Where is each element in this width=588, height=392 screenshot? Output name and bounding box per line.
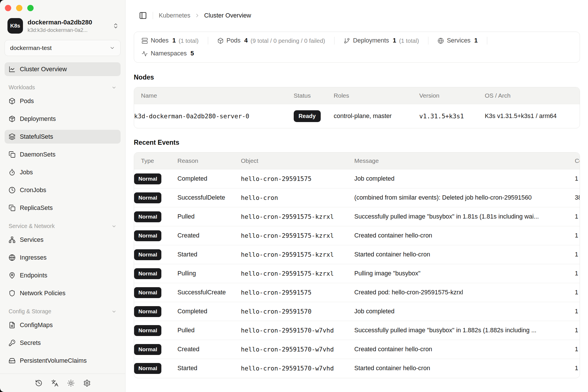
divider bbox=[487, 37, 487, 45]
event-row[interactable]: NormalSuccessfulDeletehello-cron(combine… bbox=[134, 188, 580, 207]
event-type-cell: Normal bbox=[134, 359, 177, 378]
node-version-cell: v1.31.5+k3s1 bbox=[419, 104, 485, 128]
event-object-cell: hello-cron-29591575-kzrxl bbox=[241, 226, 354, 245]
server-icon bbox=[142, 38, 148, 44]
history-icon[interactable] bbox=[35, 379, 42, 387]
stat-pods: Pods4(9 total / 0 pending / 0 failed) bbox=[217, 37, 325, 44]
table-header-row: TypeReasonObjectMessageCount bbox=[134, 152, 580, 169]
event-reason-cell: SuccessfulCreate bbox=[177, 283, 241, 302]
globe-icon bbox=[9, 254, 16, 261]
event-row[interactable]: NormalPulledhello-cron-29591575-kzrxlSuc… bbox=[134, 207, 580, 226]
event-type-badge: Normal bbox=[134, 363, 161, 374]
event-message-cell: (combined from similar events): Deleted … bbox=[354, 188, 573, 207]
sidebar-item-secrets[interactable]: Secrets bbox=[5, 336, 121, 350]
sidebar-item-endpoints[interactable]: Endpoints bbox=[5, 269, 121, 282]
stats-row: Nodes1(1 total)Pods4(9 total / 0 pending… bbox=[142, 34, 572, 47]
sidebar-item-statefulsets[interactable]: StatefulSets bbox=[5, 130, 121, 144]
sidebar-item-configmaps[interactable]: ConfigMaps bbox=[5, 318, 121, 332]
cluster-switcher[interactable]: K8s dockerman-0a2db280 k3d:k3d-dockerman… bbox=[7, 18, 119, 34]
sidebar-item-cronjobs[interactable]: CronJobs bbox=[5, 183, 121, 197]
sun-icon[interactable] bbox=[67, 379, 75, 387]
stat-services: Services1 bbox=[438, 37, 477, 44]
sidebar-item-pods[interactable]: Pods bbox=[5, 94, 121, 108]
event-type-cell: Normal bbox=[134, 283, 177, 302]
event-reason-cell: SuccessfulDelete bbox=[177, 188, 241, 207]
key-icon bbox=[9, 339, 16, 346]
event-count-cell: 1 bbox=[573, 207, 580, 226]
event-reason-cell: Created bbox=[177, 226, 241, 245]
app-window: { "colors": { "traffic_red": "#ff5f57", … bbox=[0, 0, 588, 392]
event-row[interactable]: NormalStartedhello-cron-29591570-w7vhdSt… bbox=[134, 359, 580, 378]
event-row[interactable]: NormalSuccessfulCreatehello-cron-2959157… bbox=[134, 283, 580, 302]
divider bbox=[334, 37, 334, 45]
sidebar-item-label: Secrets bbox=[20, 339, 41, 347]
event-object-cell: hello-cron-29591570-w7vhd bbox=[241, 359, 354, 378]
chevron-right-icon bbox=[194, 13, 200, 18]
sidebar-group-header-service-network[interactable]: Service & Network bbox=[9, 223, 117, 229]
event-type-badge: Normal bbox=[134, 249, 161, 260]
sidebar-item-network-policies[interactable]: Network Policies bbox=[5, 286, 121, 300]
chevron-down-icon[interactable] bbox=[111, 85, 117, 90]
sidebar-item-jobs[interactable]: Jobs bbox=[5, 165, 121, 179]
languages-icon[interactable] bbox=[51, 379, 59, 387]
event-message-cell: Created pod: hello-cron-29591575-kzrxl bbox=[354, 283, 573, 302]
event-row[interactable]: NormalCreatedhello-cron-29591570-w7vhdCr… bbox=[134, 340, 580, 359]
sidebar-toggle-icon[interactable] bbox=[139, 11, 147, 20]
event-object-cell: hello-cron bbox=[241, 188, 354, 207]
event-reason-cell: Pulled bbox=[177, 207, 241, 226]
divider bbox=[208, 37, 208, 45]
sidebar-item-label: CronJobs bbox=[20, 187, 46, 194]
sidebar-group-header-workloads[interactable]: Workloads bbox=[9, 84, 117, 91]
cluster-subtitle: k3d:k3d-dockerman-0a2... bbox=[28, 27, 108, 33]
activity-icon bbox=[142, 51, 148, 57]
window-close-button[interactable] bbox=[5, 5, 11, 11]
sidebar-footer bbox=[0, 374, 125, 392]
stat-deployments: Deployments1(1 total) bbox=[344, 37, 419, 44]
namespace-select[interactable]: dockerman-test bbox=[5, 40, 121, 56]
event-row[interactable]: NormalPulledhello-cron-29591570-w7vhdSuc… bbox=[134, 321, 580, 340]
event-type-badge: Normal bbox=[134, 325, 161, 336]
sidebar-item-replicasets[interactable]: ReplicaSets bbox=[5, 201, 121, 215]
stat-label: Services bbox=[447, 37, 470, 44]
window-minimize-button[interactable] bbox=[16, 5, 22, 11]
sidebar-item-label: ReplicaSets bbox=[20, 204, 53, 212]
main-content: Kubernetes Cluster Overview Nodes1(1 tot… bbox=[126, 0, 588, 392]
event-reason-cell: Started bbox=[177, 245, 241, 264]
column-header-message: Message bbox=[354, 152, 573, 169]
copy-icon bbox=[9, 151, 16, 158]
event-row[interactable]: NormalCreatedhello-cron-29591575-kzrxlCr… bbox=[134, 226, 580, 245]
window-zoom-button[interactable] bbox=[27, 5, 34, 11]
event-message-cell: Started container hello-cron bbox=[354, 359, 573, 378]
layers-icon bbox=[9, 133, 16, 140]
globe-icon bbox=[438, 38, 444, 44]
chevron-down-icon[interactable] bbox=[111, 224, 117, 229]
chevron-down-icon[interactable] bbox=[111, 309, 117, 314]
event-row[interactable]: NormalStartedhello-cron-29591575-kzrxlSt… bbox=[134, 245, 580, 264]
settings-icon[interactable] bbox=[83, 379, 91, 387]
nodes-section-title: Nodes bbox=[134, 74, 580, 81]
event-row[interactable]: NormalCompletedhello-cron-29591570Job co… bbox=[134, 302, 580, 321]
sidebar-nav: WorkloadsPodsDeploymentsStatefulSetsDaem… bbox=[0, 84, 125, 368]
node-row[interactable]: k3d-dockerman-0a2db280-server-0Readycont… bbox=[134, 104, 580, 128]
breadcrumb-section[interactable]: Kubernetes bbox=[159, 12, 190, 19]
sidebar-item-cluster-overview[interactable]: Cluster Overview bbox=[5, 62, 121, 76]
sidebar-item-label: Jobs bbox=[20, 169, 33, 176]
sidebar-item-daemonsets[interactable]: DaemonSets bbox=[5, 148, 121, 161]
sidebar-item-label: Endpoints bbox=[20, 272, 47, 279]
breadcrumb-page: Cluster Overview bbox=[204, 12, 251, 19]
column-header-reason: Reason bbox=[177, 152, 241, 169]
network-icon bbox=[9, 236, 16, 243]
sidebar-item-ingresses[interactable]: Ingresses bbox=[5, 251, 121, 264]
event-count-cell: 1 bbox=[573, 321, 580, 340]
sidebar-item-services[interactable]: Services bbox=[5, 233, 121, 247]
sidebar-group-header-config-storage[interactable]: Config & Storage bbox=[9, 308, 117, 315]
chevrons-up-down-icon[interactable] bbox=[113, 23, 119, 29]
sidebar-group-label: Workloads bbox=[9, 84, 35, 91]
sidebar-item-deployments[interactable]: Deployments bbox=[5, 112, 121, 126]
node-name-cell: k3d-dockerman-0a2db280-server-0 bbox=[134, 104, 294, 128]
sidebar-item-persistentvolumeclaims[interactable]: PersistentVolumeClaims bbox=[5, 354, 121, 368]
event-row[interactable]: NormalPullinghello-cron-29591575-kzrxlPu… bbox=[134, 264, 580, 283]
column-header-os-arch: OS / Arch bbox=[485, 87, 580, 104]
breadcrumb: Kubernetes Cluster Overview bbox=[159, 12, 251, 19]
event-row[interactable]: NormalCompletedhello-cron-29591575Job co… bbox=[134, 169, 580, 188]
